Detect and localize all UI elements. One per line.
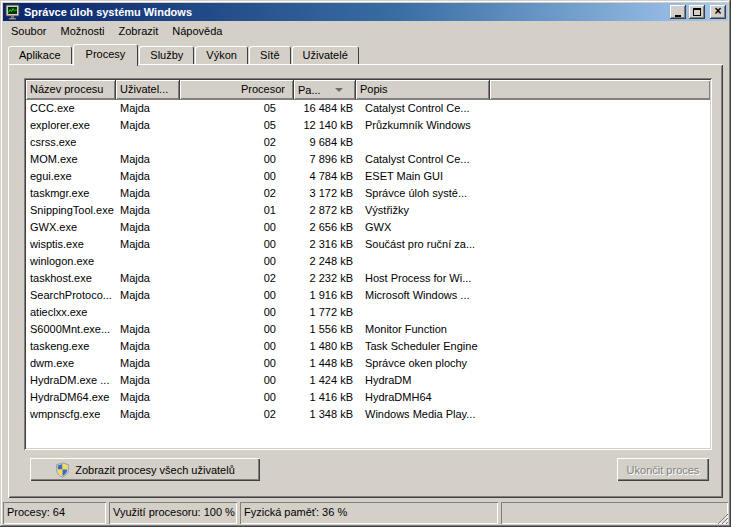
status-bar: Procesy: 64 Využití procesoru: 100 % Fyz…	[3, 502, 728, 524]
process-name-cell: SnippingTool.exe	[26, 202, 116, 219]
process-name-cell: taskeng.exe	[26, 338, 116, 355]
process-memory-cell: 1 480 kB	[294, 338, 356, 355]
process-row[interactable]: taskeng.exe Majda 00 1 480 kB Task Sched…	[26, 338, 710, 355]
end-process-label: Ukončit proces	[627, 464, 700, 476]
process-name-cell: dwm.exe	[26, 355, 116, 372]
column-header-description[interactable]: Popis	[356, 80, 490, 100]
process-user-cell: Majda	[116, 270, 180, 287]
status-process-count: Procesy: 64	[3, 502, 106, 524]
process-row[interactable]: winlogon.exe 00 2 248 kB	[26, 253, 710, 270]
column-header-memory[interactable]: Pa...	[294, 80, 356, 100]
minimize-button[interactable]	[670, 5, 686, 19]
process-name-cell: wmpnscfg.exe	[26, 406, 116, 423]
process-user-cell	[116, 304, 180, 321]
menu-item[interactable]: Nápověda	[165, 23, 229, 39]
sort-desc-icon	[335, 88, 343, 92]
process-rows: CCC.exe Majda 05 16 484 kB Catalyst Cont…	[26, 100, 710, 448]
process-name-cell: GWX.exe	[26, 219, 116, 236]
column-header-memory-label: Pa...	[298, 81, 321, 99]
process-row[interactable]: csrss.exe 02 9 684 kB	[26, 134, 710, 151]
process-name-cell: egui.exe	[26, 168, 116, 185]
end-process-button[interactable]: Ukončit proces	[617, 458, 709, 481]
process-row[interactable]: S6000Mnt.exe... Majda 00 1 556 kB Monito…	[26, 321, 710, 338]
process-description-cell: Správce oken plochy	[356, 355, 556, 372]
process-row[interactable]: explorer.exe Majda 05 12 140 kB Průzkumn…	[26, 117, 710, 134]
menu-bar: SouborMožnostiZobrazitNápověda	[3, 21, 728, 40]
task-manager-app-icon[interactable]	[5, 4, 21, 20]
column-header-cpu[interactable]: Procesor	[180, 80, 294, 100]
process-cpu-cell: 02	[180, 406, 294, 423]
process-user-cell: Majda	[116, 185, 180, 202]
show-all-processes-button[interactable]: Zobrazit procesy všech uživatelů	[30, 458, 260, 481]
process-row[interactable]: CCC.exe Majda 05 16 484 kB Catalyst Cont…	[26, 100, 710, 117]
maximize-button[interactable]	[689, 5, 705, 19]
process-description-cell: Microsoft Windows ...	[356, 287, 556, 304]
close-button[interactable]: ×	[710, 5, 726, 19]
process-description-cell: GWX	[356, 219, 556, 236]
process-row[interactable]: GWX.exe Majda 00 2 656 kB GWX	[26, 219, 710, 236]
process-cpu-cell: 05	[180, 117, 294, 134]
process-name-cell: MOM.exe	[26, 151, 116, 168]
menu-item[interactable]: Zobrazit	[112, 23, 166, 39]
process-cpu-cell: 00	[180, 151, 294, 168]
tab[interactable]: Služby	[139, 46, 194, 64]
process-cpu-cell: 00	[180, 321, 294, 338]
tab[interactable]: Výkon	[195, 46, 248, 64]
process-name-cell: csrss.exe	[26, 134, 116, 151]
process-user-cell	[116, 253, 180, 270]
process-description-cell: HydraDMH64	[356, 389, 556, 406]
process-row[interactable]: dwm.exe Majda 00 1 448 kB Správce oken p…	[26, 355, 710, 372]
process-row[interactable]: SearchProtoco... Majda 00 1 916 kB Micro…	[26, 287, 710, 304]
process-description-cell: Host Process for Wi...	[356, 270, 556, 287]
process-memory-cell: 2 872 kB	[294, 202, 356, 219]
maximize-icon	[693, 8, 701, 16]
process-row[interactable]: HydraDM.exe ... Majda 00 1 424 kB HydraD…	[26, 372, 710, 389]
status-cpu-usage: Využití procesoru: 100 %	[109, 502, 237, 524]
process-name-cell: taskhost.exe	[26, 270, 116, 287]
process-description-cell: Catalyst Control Ce...	[356, 151, 556, 168]
process-cpu-cell: 00	[180, 372, 294, 389]
process-row[interactable]: wmpnscfg.exe Majda 02 1 348 kB Windows M…	[26, 406, 710, 423]
process-user-cell: Majda	[116, 389, 180, 406]
process-user-cell: Majda	[116, 117, 180, 134]
tab[interactable]: Uživatelé	[292, 46, 359, 64]
process-row[interactable]: wisptis.exe Majda 00 2 316 kB Součást pr…	[26, 236, 710, 253]
process-memory-cell: 16 484 kB	[294, 100, 356, 117]
process-description-cell: HydraDM	[356, 372, 556, 389]
process-row[interactable]: taskhost.exe Majda 02 2 232 kB Host Proc…	[26, 270, 710, 287]
process-cpu-cell: 00	[180, 168, 294, 185]
resize-grip-icon[interactable]	[715, 511, 728, 524]
menu-item[interactable]: Možnosti	[53, 23, 111, 39]
process-user-cell: Majda	[116, 219, 180, 236]
process-description-cell: Správce úloh systé...	[356, 185, 556, 202]
process-description-cell: Průzkumník Windows	[356, 117, 556, 134]
process-cpu-cell: 00	[180, 304, 294, 321]
process-row[interactable]: SnippingTool.exe Majda 01 2 872 kB Výstř…	[26, 202, 710, 219]
tab[interactable]: Aplikace	[8, 46, 72, 64]
process-row[interactable]: atieclxx.exe 00 1 772 kB	[26, 304, 710, 321]
process-description-cell	[356, 253, 556, 270]
process-name-cell: taskmgr.exe	[26, 185, 116, 202]
tab[interactable]: Procesy	[73, 44, 139, 66]
task-manager-window: Správce úloh systému Windows × SouborMož…	[0, 0, 731, 527]
process-user-cell: Majda	[116, 236, 180, 253]
process-row[interactable]: MOM.exe Majda 00 7 896 kB Catalyst Contr…	[26, 151, 710, 168]
process-cpu-cell: 02	[180, 185, 294, 202]
process-description-cell: Windows Media Play...	[356, 406, 556, 423]
process-row[interactable]: egui.exe Majda 00 4 784 kB ESET Main GUI	[26, 168, 710, 185]
button-row: Zobrazit procesy všech uživatelů Ukončit…	[24, 458, 715, 481]
column-header-filler	[490, 80, 710, 100]
process-row[interactable]: taskmgr.exe Majda 02 3 172 kB Správce úl…	[26, 185, 710, 202]
process-user-cell: Majda	[116, 202, 180, 219]
tab[interactable]: Sítě	[249, 46, 291, 64]
column-header-user[interactable]: Uživatel...	[116, 80, 180, 100]
process-memory-cell: 1 348 kB	[294, 406, 356, 423]
process-row[interactable]: HydraDM64.exe Majda 00 1 416 kB HydraDMH…	[26, 389, 710, 406]
column-header-name[interactable]: Název procesu	[26, 80, 116, 100]
window-title: Správce úloh systému Windows	[24, 6, 667, 18]
process-name-cell: explorer.exe	[26, 117, 116, 134]
menu-item[interactable]: Soubor	[4, 23, 53, 39]
process-user-cell	[116, 134, 180, 151]
process-cpu-cell: 00	[180, 389, 294, 406]
uac-shield-icon	[55, 462, 70, 478]
